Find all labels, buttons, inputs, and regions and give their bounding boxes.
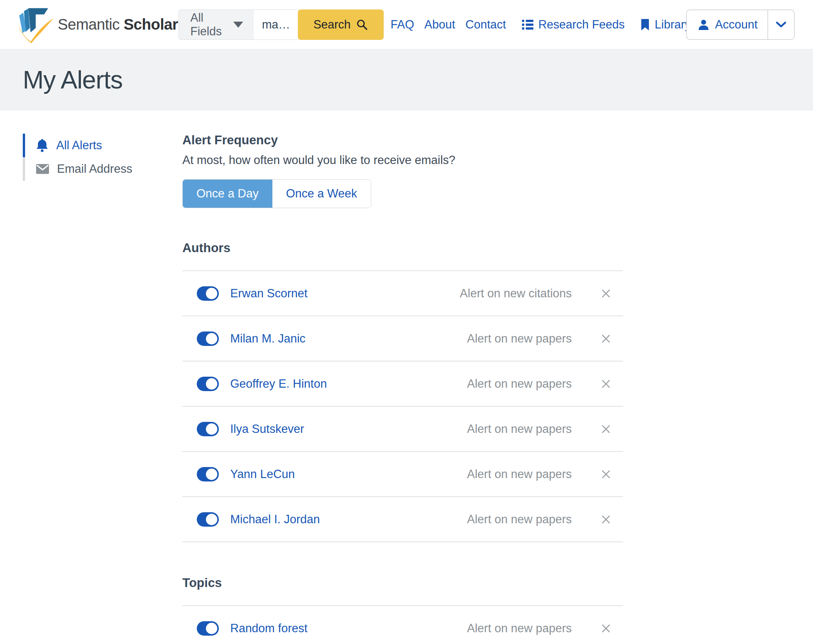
alert-status: Alert on new papers <box>467 377 572 391</box>
alert-toggle-on[interactable] <box>197 512 219 527</box>
close-icon <box>600 469 612 480</box>
top-bar: Semantic Scholar All Fields Search FAQ A… <box>0 0 813 49</box>
alert-row: Yann LeCun Alert on new papers <box>182 452 623 497</box>
topics-section-title: Topics <box>182 576 623 590</box>
alert-toggle-on[interactable] <box>197 377 219 391</box>
alert-toggle-on[interactable] <box>197 331 219 346</box>
account-split-button: Account <box>686 9 795 40</box>
alert-row: Geoffrey E. Hinton Alert on new papers <box>182 361 623 407</box>
alert-row: Michael I. Jordan Alert on new papers <box>182 497 623 542</box>
frequency-option-once-a-day[interactable]: Once a Day <box>183 180 272 208</box>
account-button[interactable]: Account <box>687 10 767 39</box>
alert-row: Milan M. Janic Alert on new papers <box>182 316 623 361</box>
nav-faq[interactable]: FAQ <box>391 18 414 32</box>
close-icon <box>600 333 612 344</box>
person-icon <box>698 19 710 31</box>
alert-row: Random forest Alert on new papers <box>182 606 623 644</box>
topics-list: Random forest Alert on new papers <box>182 605 623 644</box>
alert-toggle-on[interactable] <box>197 467 219 481</box>
author-link[interactable]: Yann LeCun <box>230 467 295 481</box>
alert-toggle-on[interactable] <box>197 621 219 636</box>
search-scope-label: All Fields <box>190 11 226 38</box>
remove-alert-button[interactable] <box>600 623 612 634</box>
alert-status: Alert on new citations <box>460 287 572 300</box>
frequency-option-once-a-week[interactable]: Once a Week <box>272 180 371 208</box>
remove-alert-button[interactable] <box>600 469 612 480</box>
author-link[interactable]: Geoffrey E. Hinton <box>230 377 327 391</box>
author-link[interactable]: Milan M. Janic <box>230 332 305 346</box>
author-link[interactable]: Erwan Scornet <box>230 287 307 300</box>
alert-status: Alert on new papers <box>467 332 572 346</box>
remove-alert-button[interactable] <box>600 333 612 344</box>
alerts-settings-main: Alert Frequency At most, how often would… <box>182 133 623 644</box>
page-title-band: My Alerts <box>0 49 813 110</box>
alert-row: Erwan Scornet Alert on new citations <box>182 271 623 316</box>
author-link[interactable]: Ilya Sutskever <box>230 422 304 436</box>
brand-logo[interactable]: Semantic Scholar <box>15 5 178 44</box>
envelope-icon <box>36 164 49 174</box>
semantic-scholar-logo-icon <box>15 5 55 44</box>
close-icon <box>600 378 612 390</box>
authors-list: Erwan Scornet Alert on new citations Mil… <box>182 270 623 542</box>
close-icon <box>600 288 612 299</box>
search-scope-dropdown[interactable]: All Fields <box>179 9 253 40</box>
topic-link[interactable]: Random forest <box>230 622 307 635</box>
close-icon <box>600 514 612 525</box>
page-title: My Alerts <box>23 65 122 94</box>
nav-contact[interactable]: Contact <box>465 18 506 32</box>
alert-toggle-on[interactable] <box>197 286 219 301</box>
search-input[interactable] <box>253 9 299 40</box>
sidebar-item-all-alerts[interactable]: All Alerts <box>23 134 160 157</box>
remove-alert-button[interactable] <box>600 514 612 525</box>
alert-status: Alert on new papers <box>467 513 572 526</box>
remove-alert-button[interactable] <box>600 423 612 435</box>
nav-about[interactable]: About <box>424 18 455 32</box>
sidebar-item-email-address[interactable]: Email Address <box>23 157 160 181</box>
alert-row: Ilya Sutskever Alert on new papers <box>182 407 623 452</box>
my-alerts-page: Semantic Scholar All Fields Search FAQ A… <box>0 0 813 644</box>
alert-status: Alert on new papers <box>467 422 572 436</box>
brand-name: Semantic Scholar <box>58 16 178 33</box>
remove-alert-button[interactable] <box>600 288 612 299</box>
list-icon <box>522 19 534 30</box>
bookmark-icon <box>640 19 650 31</box>
caret-down-icon <box>233 22 243 28</box>
bell-icon <box>36 139 49 152</box>
alert-toggle-on[interactable] <box>197 422 219 436</box>
alert-frequency-question: At most, how often would you like to rec… <box>182 153 623 167</box>
nav-library[interactable]: Library <box>640 18 691 32</box>
close-icon <box>600 423 612 435</box>
account-menu-toggle[interactable] <box>767 10 794 39</box>
search-bar: All Fields Search <box>179 9 384 40</box>
frequency-button-group: Once a Day Once a Week <box>182 179 371 208</box>
nav-research-feeds[interactable]: Research Feeds <box>522 18 625 32</box>
chevron-down-icon <box>775 21 787 28</box>
close-icon <box>600 623 612 634</box>
remove-alert-button[interactable] <box>600 378 612 390</box>
sidebar: All Alerts Email Address <box>23 134 160 181</box>
authors-section-title: Authors <box>182 241 623 255</box>
search-icon <box>356 19 368 31</box>
sidebar-item-label: All Alerts <box>56 139 102 152</box>
alert-frequency-title: Alert Frequency <box>182 133 623 147</box>
search-button[interactable]: Search <box>298 9 384 40</box>
alert-status: Alert on new papers <box>467 467 572 481</box>
author-link[interactable]: Michael I. Jordan <box>230 513 320 526</box>
sidebar-item-label: Email Address <box>57 162 132 176</box>
alert-status: Alert on new papers <box>467 622 572 635</box>
